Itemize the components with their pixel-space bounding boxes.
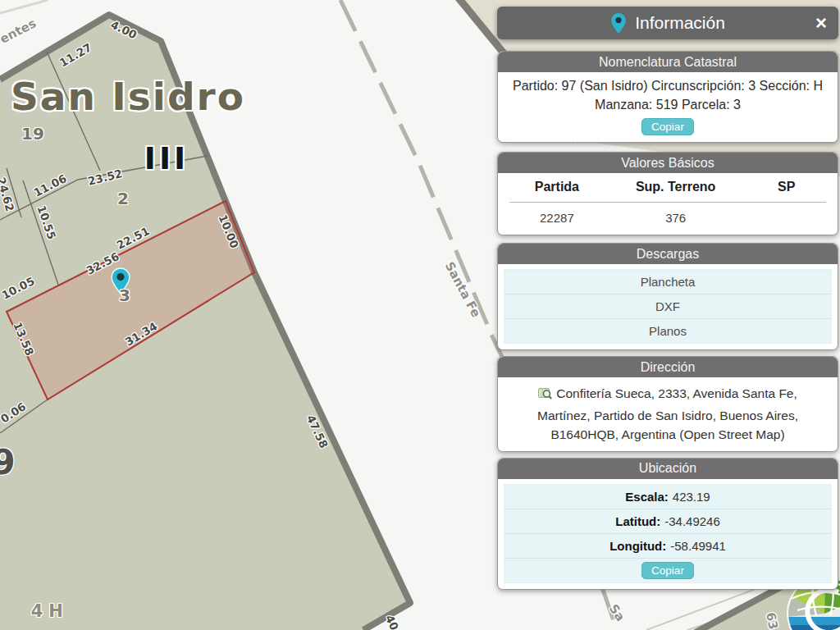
map-pin-icon [610,12,627,34]
parcel-number: 4 [31,601,43,621]
column-header-sp: SP [746,180,826,194]
close-icon[interactable]: × [809,7,833,39]
section-roman-label: III [144,140,189,176]
cadastral-map-app: entes 4.00 11.27 San Isidro 19 III 24.62… [0,0,840,630]
selected-parcel-number: 3 [119,285,130,305]
info-panel: Información × Nomenclatura Catastral Par… [497,7,838,590]
section-letter-label: H [48,601,63,621]
latitude-value: -34.49246 [664,514,720,528]
address-line1: Confitería Sueca, 2333, Avenida Santa Fe… [556,386,797,400]
address-line3: B1640HQB, Argentina (Open Street Map) [550,427,784,441]
parcel-number: 2 [117,189,129,208]
scale-label: Escala: [625,490,669,504]
nomenclatura-text: Partido: 97 (San Isidro) Circunscripción… [498,72,838,142]
copy-nomenclatura-button[interactable]: Copiar [641,118,694,135]
panel-header: Información × [497,7,838,39]
panel-title: Información [635,13,725,33]
value-sup-terreno: 376 [605,211,747,225]
section-direccion: Dirección Confitería Sueca, 2333, Avenid… [497,356,838,452]
copy-ubicacion-button[interactable]: Copiar [641,562,694,579]
scale-row: Escala: 423.19 [504,485,831,509]
section-nomenclatura-title: Nomenclatura Catastral [498,52,838,72]
section-descargas: Descargas Plancheta DXF Planos [497,243,838,350]
nomenclatura-line2: Manzana: 519 Parcela: 3 [503,95,833,114]
column-header-partida: Partida [509,180,605,194]
latitude-row: Latitud: -34.49246 [504,509,831,534]
download-plancheta[interactable]: Plancheta [504,270,831,294]
section-direccion-title: Dirección [498,357,838,377]
map-search-icon [538,386,552,406]
value-partida: 22287 [509,211,605,225]
section-valores-title: Valores Básicos [498,153,838,173]
copy-row: Copiar [504,559,831,582]
valores-table: Partida Sup. Terreno SP 22287 376 [498,173,838,235]
longitude-row: Longitud: -58.49941 [504,534,831,559]
section-descargas-title: Descargas [498,244,838,264]
latitude-label: Latitud: [615,514,660,528]
value-sp [746,211,826,225]
download-planos[interactable]: Planos [504,319,831,343]
parcel-number: 19 [21,124,44,144]
download-dxf[interactable]: DXF [504,294,831,319]
ubicacion-list: Escala: 423.19 Latitud: -34.49246 Longit… [504,484,832,583]
parcel-number: 9 [0,442,16,482]
address-line2: Martínez, Partido de San Isidro, Buenos … [537,409,798,422]
address-text: Confitería Sueca, 2333, Avenida Santa Fe… [498,377,838,451]
longitude-label: Longitud: [609,539,666,553]
longitude-value: -58.49941 [670,539,726,553]
city-label: San Isidro [11,74,245,119]
section-nomenclatura: Nomenclatura Catastral Partido: 97 (San … [497,51,838,143]
descargas-list: Plancheta DXF Planos [504,269,832,344]
valores-header-row: Partida Sup. Terreno SP [509,180,826,203]
section-ubicacion-title: Ubicación [498,459,838,479]
valores-value-row: 22287 376 [509,203,826,225]
nomenclatura-line1: Partido: 97 (San Isidro) Circunscripción… [503,76,833,95]
column-header-sup-terreno: Sup. Terreno [605,180,747,194]
section-valores: Valores Básicos Partida Sup. Terreno SP … [497,152,838,235]
scale-value: 423.19 [673,490,710,504]
section-ubicacion: Ubicación Escala: 423.19 Latitud: -34.49… [497,458,838,590]
